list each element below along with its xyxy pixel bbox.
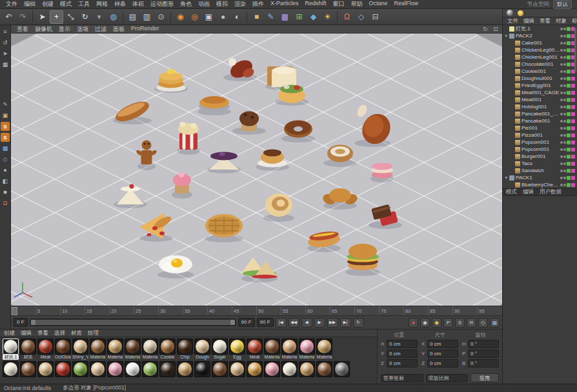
render-visibility-dot[interactable] bbox=[563, 134, 566, 137]
menu-item[interactable]: X-Particles bbox=[267, 0, 302, 8]
expand-caret-icon[interactable]: ▼ bbox=[504, 34, 509, 38]
material-swatch[interactable]: Materia bbox=[107, 338, 123, 360]
primitive-cube-icon[interactable]: ■ bbox=[250, 10, 263, 24]
material-preview[interactable] bbox=[90, 361, 106, 377]
editor-visibility-dot[interactable] bbox=[560, 84, 563, 87]
material-swatch[interactable]: Meat bbox=[247, 338, 263, 360]
menu-item[interactable]: 样条 bbox=[111, 0, 129, 8]
editor-visibility-dot[interactable] bbox=[560, 77, 563, 80]
material-swatch[interactable]: Sugar bbox=[212, 338, 228, 360]
material-menu-item[interactable]: 编辑 bbox=[21, 329, 32, 337]
render-visibility-dot[interactable] bbox=[563, 84, 566, 87]
live-selection-icon[interactable]: ➤ bbox=[35, 10, 49, 24]
render-visibility-dot[interactable] bbox=[563, 106, 566, 108]
object-tree-item[interactable]: Pancake001_CAGE bbox=[503, 110, 577, 117]
render-visibility-dot[interactable] bbox=[563, 49, 566, 52]
material-preview[interactable] bbox=[281, 338, 298, 355]
editor-visibility-dot[interactable] bbox=[560, 177, 563, 179]
material-preview[interactable] bbox=[177, 361, 193, 377]
render-visibility-dot[interactable] bbox=[563, 155, 566, 158]
object-name[interactable]: PACK2 bbox=[516, 33, 560, 39]
food-burger[interactable] bbox=[345, 244, 380, 276]
object-name[interactable]: 灯光.1 bbox=[516, 25, 560, 32]
object-name[interactable]: Pancake001 bbox=[521, 118, 560, 124]
editor-visibility-dot[interactable] bbox=[560, 170, 563, 172]
material-swatch[interactable]: Materia bbox=[281, 338, 298, 360]
material-tag-icon[interactable] bbox=[571, 155, 575, 159]
material-swatch[interactable]: Dough bbox=[194, 338, 210, 360]
coord-value-input[interactable]: 0 cm bbox=[387, 359, 418, 368]
render-visibility-dot[interactable] bbox=[563, 127, 566, 130]
record-keyframe-button[interactable]: ● bbox=[409, 318, 418, 328]
object-name[interactable]: Popcorn001 bbox=[521, 146, 560, 152]
object-name[interactable]: Cake001 bbox=[521, 40, 560, 46]
material-tag-icon[interactable] bbox=[571, 162, 575, 166]
material-preview[interactable] bbox=[316, 361, 332, 377]
material-preview[interactable] bbox=[334, 361, 350, 377]
selection-arrow-icon[interactable]: ➤ bbox=[1, 49, 10, 58]
render-visibility-dot[interactable] bbox=[563, 28, 566, 30]
loop-button[interactable]: ↻ bbox=[353, 318, 364, 328]
timeline-playhead[interactable] bbox=[12, 307, 17, 315]
material-tag-icon[interactable] bbox=[571, 84, 575, 88]
autokey-button[interactable]: ◉ bbox=[420, 318, 430, 328]
food-pie[interactable] bbox=[197, 96, 231, 115]
undo-icon[interactable]: ↶ bbox=[2, 10, 15, 24]
menu-item[interactable]: 网格 bbox=[93, 0, 111, 8]
coord-field[interactable]: X0 cm bbox=[421, 340, 458, 348]
phong-tag-icon[interactable] bbox=[567, 133, 571, 137]
material-preview[interactable] bbox=[37, 338, 54, 355]
menu-item[interactable]: Octane bbox=[366, 0, 391, 8]
keyframe-selection-button[interactable]: ◆ bbox=[432, 318, 441, 328]
editor-visibility-dot[interactable] bbox=[560, 120, 563, 122]
object-name[interactable]: Pizza001 bbox=[521, 132, 560, 138]
food-popcorn[interactable] bbox=[177, 122, 200, 155]
viewport-menu-item[interactable]: 面板 bbox=[110, 25, 128, 34]
coord-field[interactable]: B0 ° bbox=[462, 359, 499, 368]
object-name[interactable]: Burger001 bbox=[521, 153, 560, 159]
material-menu-item[interactable]: 选择 bbox=[54, 329, 65, 337]
redo-icon[interactable]: ↷ bbox=[16, 10, 30, 24]
phong-tag-icon[interactable] bbox=[567, 84, 571, 88]
menu-item[interactable]: 渲染 bbox=[231, 0, 249, 8]
coord-value-input[interactable]: 0 cm bbox=[427, 359, 458, 368]
render-visibility-dot[interactable] bbox=[563, 177, 566, 179]
phong-tag-icon[interactable] bbox=[567, 119, 571, 123]
object-name[interactable]: Chocolate001 bbox=[521, 61, 560, 67]
coord-field[interactable]: H0 ° bbox=[462, 340, 499, 348]
object-tree-item[interactable]: Popcorn001 bbox=[503, 139, 577, 146]
material-preview[interactable] bbox=[55, 338, 71, 355]
coord-field[interactable]: Z0 cm bbox=[421, 359, 458, 368]
workplane-icon[interactable]: ◇ bbox=[354, 10, 368, 24]
material-swatch[interactable] bbox=[281, 361, 298, 377]
material-preview[interactable] bbox=[90, 338, 106, 355]
material-preview[interactable] bbox=[281, 361, 298, 377]
phong-tag-icon[interactable] bbox=[567, 126, 571, 130]
coord-value-input[interactable]: 0 cm bbox=[427, 340, 458, 348]
render-visibility-dot[interactable] bbox=[563, 42, 566, 44]
material-swatch[interactable] bbox=[142, 361, 158, 377]
editor-visibility-dot[interactable] bbox=[560, 106, 563, 108]
phong-tag-icon[interactable] bbox=[567, 155, 571, 159]
coord-value-input[interactable]: 0 cm bbox=[387, 340, 418, 348]
editor-visibility-dot[interactable] bbox=[560, 35, 563, 37]
material-swatch[interactable] bbox=[334, 361, 350, 377]
material-tag-icon[interactable] bbox=[571, 91, 575, 95]
material-swatch[interactable]: Materia bbox=[299, 338, 315, 360]
phong-tag-icon[interactable] bbox=[567, 77, 571, 81]
make-editable-icon[interactable]: ✎ bbox=[1, 100, 10, 109]
coord-value-input[interactable]: 0 cm bbox=[427, 349, 458, 358]
editor-visibility-dot[interactable] bbox=[560, 63, 563, 66]
material-swatch[interactable] bbox=[194, 361, 210, 377]
material-preview[interactable] bbox=[212, 361, 228, 377]
object-tree-item[interactable]: Meat001 bbox=[503, 96, 577, 103]
phong-tag-icon[interactable] bbox=[567, 176, 571, 180]
material-tag-icon[interactable] bbox=[571, 133, 575, 137]
object-name[interactable]: Hotdog001 bbox=[521, 104, 560, 110]
object-tree-item[interactable]: ChickenLeg001_CAGE bbox=[503, 46, 577, 54]
material-swatch[interactable]: Meat bbox=[37, 338, 54, 360]
object-manager-menu-item[interactable]: 对象 bbox=[553, 17, 569, 25]
coord-column-header[interactable]: 旋转 bbox=[462, 331, 499, 338]
points-mode-icon[interactable]: ● bbox=[1, 166, 10, 175]
material-preview[interactable] bbox=[72, 361, 88, 377]
